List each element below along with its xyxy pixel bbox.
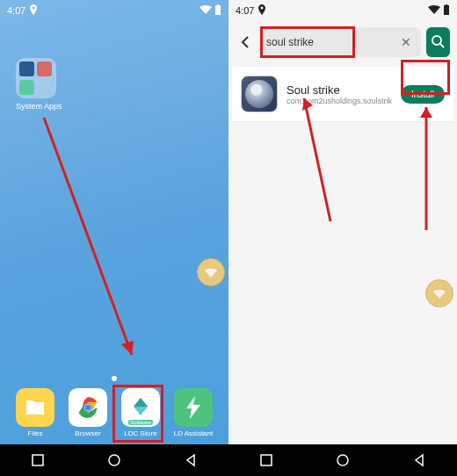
nav-recents[interactable]: [29, 451, 47, 469]
svg-rect-14: [261, 455, 272, 465]
annotation-arrow: [35, 109, 158, 372]
nav-recents[interactable]: [258, 451, 275, 469]
svg-point-15: [337, 455, 348, 465]
floating-wifi-button[interactable]: [197, 258, 225, 286]
clear-icon[interactable]: ✕: [398, 34, 414, 50]
svg-point-7: [109, 455, 120, 465]
svg-marker-5: [121, 341, 134, 355]
app-package: com.com2usholdings.soulstrike.android.go…: [287, 97, 392, 105]
result-card[interactable]: Soul strike com.com2usholdings.soulstrik…: [232, 67, 453, 122]
home-content[interactable]: System Apps Files: [0, 21, 228, 444]
nav-bar: [0, 444, 228, 476]
page-indicator: [112, 376, 117, 381]
app-icon: [241, 76, 278, 112]
files-icon: [16, 388, 54, 427]
battery-icon: [214, 4, 221, 17]
status-time: 4:07: [236, 5, 254, 16]
location-icon: [258, 4, 266, 17]
wifi-icon: [199, 5, 212, 16]
install-button[interactable]: Install: [401, 85, 445, 104]
ldc-store-icon: Software: [121, 388, 160, 427]
app-title: Soul strike: [287, 83, 392, 97]
dock-ld-assistant[interactable]: LD Assistant: [170, 388, 216, 437]
ld-assistant-icon: [174, 388, 213, 427]
status-bar: 4:07: [228, 0, 457, 21]
dock-ldc-store[interactable]: Software LDC Store: [118, 388, 163, 437]
home-screen: 4:07 System: [0, 0, 228, 476]
search-input[interactable]: [266, 36, 398, 48]
svg-line-4: [44, 118, 132, 355]
search-results: Soul strike com.com2usholdings.soulstrik…: [228, 63, 457, 444]
system-apps-folder[interactable]: System Apps: [16, 58, 62, 111]
dock-files[interactable]: Files: [12, 388, 58, 437]
nav-home[interactable]: [334, 451, 352, 469]
status-time: 4:07: [7, 5, 25, 16]
status-bar: 4:07: [0, 0, 228, 21]
dock: Files Browser Software LDC Store: [0, 388, 228, 437]
svg-line-9: [440, 44, 444, 47]
folder-icon: [16, 58, 56, 98]
location-icon: [29, 4, 38, 17]
nav-back[interactable]: [182, 451, 199, 469]
folder-label: System Apps: [16, 102, 62, 111]
svg-point-8: [432, 36, 441, 45]
nav-back[interactable]: [410, 451, 428, 469]
battery-icon: [443, 4, 450, 17]
search-bar: ✕: [228, 21, 457, 63]
store-search-screen: 4:07 ✕: [228, 0, 457, 476]
svg-rect-6: [33, 455, 43, 465]
wifi-icon: [428, 5, 440, 16]
nav-home[interactable]: [105, 451, 123, 469]
search-button[interactable]: [426, 27, 450, 57]
back-button[interactable]: [236, 30, 254, 54]
svg-point-3: [85, 405, 91, 411]
search-box[interactable]: ✕: [259, 27, 421, 57]
browser-icon: [69, 388, 107, 427]
dock-browser[interactable]: Browser: [65, 388, 111, 437]
floating-wifi-button[interactable]: [425, 279, 453, 307]
nav-bar: [228, 444, 457, 476]
